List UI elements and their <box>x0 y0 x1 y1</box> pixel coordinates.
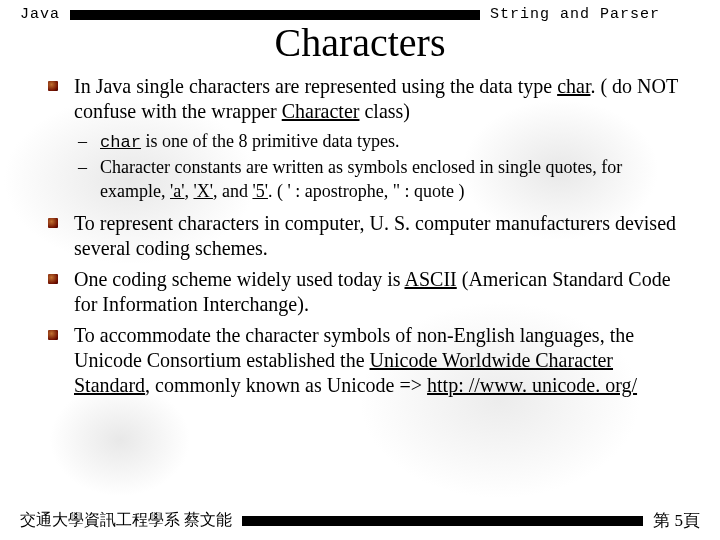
header-right: String and Parser <box>490 6 660 23</box>
footer-page: 第 5頁 <box>653 509 700 532</box>
text: , commonly known as Unicode => <box>145 374 427 396</box>
bullet-item: In Java single characters are represente… <box>70 74 690 124</box>
underline-character: Character <box>282 100 360 122</box>
text: In Java single characters are represente… <box>74 75 557 97</box>
text: class) <box>359 100 410 122</box>
footer-left: 交通大學資訊工程學系 蔡文能 <box>20 510 232 531</box>
unicode-link[interactable]: http: //www. unicode. org/ <box>427 374 637 396</box>
bullet-item: To accommodate the character symbols of … <box>70 323 690 398</box>
text: is one of the 8 primitive data types. <box>141 131 399 151</box>
page-title: Characters <box>20 19 700 66</box>
underline-a: 'a' <box>170 181 184 201</box>
content: In Java single characters are represente… <box>0 74 720 398</box>
text: To represent characters in computer, U. … <box>74 212 676 259</box>
header: Java String and Parser Characters <box>0 0 720 66</box>
underline-char: char <box>557 75 590 97</box>
header-left: Java <box>20 6 60 23</box>
underline-char-mono: char <box>100 133 141 152</box>
bullet-item: To represent characters in computer, U. … <box>70 211 690 261</box>
sub-item: Character constants are written as symbo… <box>96 156 690 203</box>
sub-item: char is one of the 8 primitive data type… <box>96 130 690 154</box>
bullet-item: One coding scheme widely used today is A… <box>70 267 690 317</box>
footer-bar <box>242 516 643 526</box>
footer: 交通大學資訊工程學系 蔡文能 第 5頁 <box>0 509 720 532</box>
sublist: char is one of the 8 primitive data type… <box>96 130 690 203</box>
text: One coding scheme widely used today is <box>74 268 405 290</box>
underline-x: 'X' <box>193 181 213 201</box>
text: . ( ' : apostrophe, " : quote ) <box>268 181 465 201</box>
underline-5: '5' <box>252 181 268 201</box>
header-bar <box>70 10 480 20</box>
text: , and <box>213 181 253 201</box>
underline-ascii: ASCII <box>405 268 457 290</box>
